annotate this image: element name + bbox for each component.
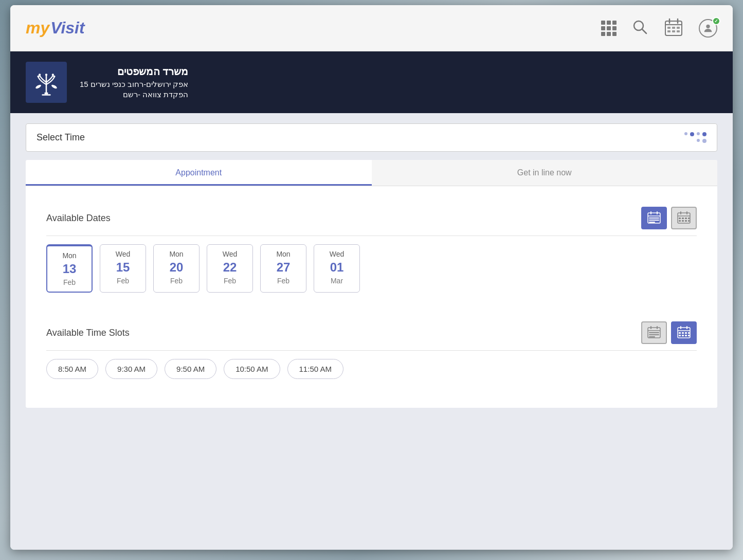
svg-rect-48 bbox=[649, 336, 655, 337]
org-address: אפק ירושלים-רחוב כנפי נשרים 15 bbox=[80, 80, 188, 89]
svg-point-12 bbox=[706, 24, 710, 28]
svg-rect-40 bbox=[685, 220, 687, 222]
date-month: Feb bbox=[215, 277, 244, 285]
tabs-container: Appointment Get in line now Available Da… bbox=[26, 160, 717, 408]
dot-2 bbox=[690, 132, 694, 136]
grid-dot bbox=[612, 26, 617, 30]
date-month: Feb bbox=[162, 277, 191, 285]
org-service: הפקדת צוואה -רשם bbox=[80, 90, 188, 99]
svg-rect-60 bbox=[688, 335, 690, 336]
time-slot-3[interactable]: 10:50 AM bbox=[224, 359, 280, 379]
dot-4 bbox=[702, 132, 706, 136]
tab-appointment[interactable]: Appointment bbox=[26, 160, 372, 186]
tab-get-in-line[interactable]: Get in line now bbox=[372, 160, 718, 186]
date-card-1[interactable]: Wed 15 Feb bbox=[100, 244, 146, 293]
user-verified-badge bbox=[712, 17, 720, 25]
time-slot-0[interactable]: 8:50 AM bbox=[46, 359, 98, 379]
date-num: 22 bbox=[215, 260, 244, 275]
svg-point-17 bbox=[39, 74, 41, 76]
time-slot-4[interactable]: 11:50 AM bbox=[287, 359, 343, 379]
grid-icon[interactable] bbox=[601, 21, 617, 36]
timeslots-view-calendar-button[interactable] bbox=[671, 321, 697, 344]
date-day-name: Wed bbox=[215, 250, 244, 258]
date-day-name: Mon bbox=[269, 250, 298, 258]
svg-rect-57 bbox=[679, 335, 681, 336]
svg-rect-46 bbox=[649, 332, 659, 333]
date-day-name: Mon bbox=[56, 251, 83, 260]
grid-dot bbox=[607, 26, 611, 30]
loading-dots bbox=[681, 132, 706, 143]
org-name: משרד המשפטים bbox=[80, 65, 188, 78]
svg-point-18 bbox=[37, 76, 39, 78]
date-num: 13 bbox=[56, 262, 83, 276]
svg-rect-59 bbox=[685, 335, 687, 336]
svg-rect-6 bbox=[667, 27, 670, 29]
dot-6 bbox=[702, 139, 706, 143]
date-num: 27 bbox=[269, 260, 298, 275]
timeslots-view-icon-group bbox=[641, 321, 697, 344]
logo-my: my bbox=[26, 19, 49, 38]
date-month: Feb bbox=[56, 278, 83, 286]
select-time-bar: Select Time bbox=[26, 123, 717, 152]
svg-rect-54 bbox=[682, 332, 684, 334]
svg-rect-9 bbox=[667, 30, 670, 32]
org-logo bbox=[26, 62, 67, 103]
date-num: 15 bbox=[108, 260, 137, 275]
date-card-3[interactable]: Wed 22 Feb bbox=[207, 244, 253, 293]
dates-row: Mon 13 Feb Wed 15 Feb Mon 20 Feb Wed 22 … bbox=[46, 244, 697, 293]
tab-panel: Available Dates bbox=[26, 186, 717, 408]
grid-icon-svg bbox=[601, 21, 617, 36]
svg-rect-53 bbox=[679, 332, 681, 334]
nav-bar: myVisit bbox=[10, 5, 733, 51]
available-dates-header: Available Dates bbox=[46, 207, 697, 236]
svg-line-1 bbox=[642, 29, 646, 33]
date-card-2[interactable]: Mon 20 Feb bbox=[153, 244, 200, 293]
view-week-button[interactable] bbox=[641, 207, 667, 229]
svg-rect-7 bbox=[672, 27, 675, 29]
svg-rect-38 bbox=[679, 220, 681, 222]
grid-dot bbox=[607, 32, 611, 36]
dot-5 bbox=[697, 139, 700, 142]
date-card-5[interactable]: Wed 01 Mar bbox=[314, 244, 360, 293]
view-icon-group bbox=[641, 207, 697, 229]
svg-rect-11 bbox=[677, 30, 680, 32]
date-card-4[interactable]: Mon 27 Feb bbox=[260, 244, 306, 293]
available-timeslots-header: Available Time Slots bbox=[46, 321, 697, 351]
org-text: משרד המשפטים אפק ירושלים-רחוב כנפי נשרים… bbox=[80, 65, 188, 99]
svg-rect-29 bbox=[649, 222, 655, 223]
grid-dot bbox=[607, 21, 611, 25]
svg-rect-58 bbox=[682, 335, 684, 336]
date-day-name: Wed bbox=[322, 250, 351, 258]
app-logo: myVisit bbox=[26, 19, 85, 38]
svg-rect-36 bbox=[685, 218, 687, 219]
user-icon[interactable] bbox=[699, 19, 717, 38]
svg-rect-55 bbox=[685, 332, 687, 334]
svg-point-16 bbox=[45, 74, 47, 76]
date-day-name: Mon bbox=[162, 250, 191, 258]
content-area: Select Time Appointment Get in line now bbox=[10, 113, 733, 550]
timeslots-view-week-button[interactable] bbox=[641, 321, 667, 344]
date-month: Feb bbox=[269, 277, 298, 285]
date-num: 01 bbox=[322, 260, 351, 275]
calendar-nav-icon[interactable] bbox=[664, 17, 683, 39]
svg-rect-35 bbox=[682, 218, 684, 219]
svg-rect-39 bbox=[682, 220, 684, 222]
date-card-0[interactable]: Mon 13 Feb bbox=[46, 244, 93, 293]
available-timeslots-section: Available Time Slots bbox=[36, 311, 707, 389]
grid-dot bbox=[601, 32, 605, 36]
date-day-name: Wed bbox=[108, 250, 137, 258]
time-slot-1[interactable]: 9:30 AM bbox=[105, 359, 157, 379]
view-calendar-button[interactable] bbox=[671, 207, 697, 229]
available-timeslots-title: Available Time Slots bbox=[46, 328, 130, 338]
svg-rect-34 bbox=[679, 218, 681, 219]
svg-point-20 bbox=[53, 76, 55, 78]
date-month: Feb bbox=[108, 277, 137, 285]
grid-dot bbox=[612, 21, 617, 25]
search-icon[interactable] bbox=[632, 19, 648, 38]
logo-visit: Visit bbox=[50, 19, 84, 38]
svg-rect-8 bbox=[677, 27, 680, 29]
svg-rect-56 bbox=[688, 332, 690, 334]
grid-dot bbox=[601, 21, 605, 25]
time-slot-2[interactable]: 9:50 AM bbox=[165, 359, 216, 379]
nav-icons bbox=[601, 17, 717, 39]
